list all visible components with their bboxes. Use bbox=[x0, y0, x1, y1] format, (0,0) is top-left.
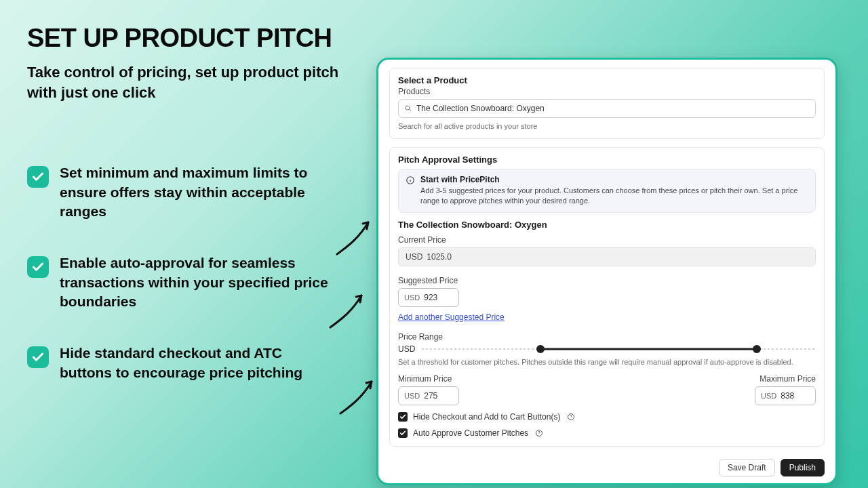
min-price-input[interactable]: USD 275 bbox=[398, 386, 459, 405]
arrow-icon bbox=[332, 376, 380, 424]
max-price-input[interactable]: USD 838 bbox=[755, 386, 816, 405]
price-range-currency: USD bbox=[398, 344, 415, 354]
add-suggested-price-link[interactable]: Add another Suggested Price bbox=[398, 312, 505, 322]
check-icon bbox=[27, 166, 49, 188]
feature-item: Set minimum and maximum limits to ensure… bbox=[27, 163, 353, 221]
suggested-price-label: Suggested Price bbox=[398, 276, 816, 285]
footer-actions: Save Draft Publish bbox=[389, 456, 825, 476]
min-price-label: Minimum Price bbox=[398, 374, 459, 384]
product-search-value: The Collection Snowboard: Oxygen bbox=[416, 104, 545, 113]
feature-list: Set minimum and maximum limits to ensure… bbox=[27, 163, 353, 382]
auto-approve-label: Auto Approve Customer Pitches bbox=[413, 428, 528, 438]
price-range-slider[interactable] bbox=[422, 344, 816, 354]
slider-thumb-max[interactable] bbox=[753, 345, 761, 353]
svg-point-0 bbox=[406, 106, 410, 110]
select-product-card: Select a Product Products The Collection… bbox=[389, 68, 825, 139]
current-price-label: Current Price bbox=[398, 235, 816, 245]
products-label: Products bbox=[398, 87, 816, 96]
feature-item: Hide standard checkout and ATC buttons t… bbox=[27, 344, 353, 382]
page-headline: SET UP PRODUCT PITCH bbox=[27, 24, 353, 53]
product-search-hint: Search for all active products in your s… bbox=[398, 122, 816, 130]
suggested-price-input[interactable]: USD 923 bbox=[398, 288, 459, 307]
page-subhead: Take control of pricing, set up product … bbox=[27, 62, 353, 102]
publish-button[interactable]: Publish bbox=[781, 459, 825, 476]
slider-thumb-min[interactable] bbox=[536, 345, 545, 353]
current-price-value: USD 1025.0 bbox=[398, 247, 816, 266]
selected-product-name: The Collection Snowboard: Oxygen bbox=[398, 220, 816, 230]
save-draft-button[interactable]: Save Draft bbox=[719, 459, 775, 476]
price-range-label: Price Range bbox=[398, 332, 816, 342]
info-banner-desc: Add 3-5 suggested prices for your produc… bbox=[420, 186, 808, 207]
pitch-settings-card: Pitch Approval Settings Start with Price… bbox=[389, 147, 825, 447]
max-price-label: Maximum Price bbox=[755, 374, 816, 384]
feature-item: Enable auto-approval for seamless transa… bbox=[27, 253, 353, 311]
check-icon bbox=[27, 256, 49, 278]
svg-line-1 bbox=[409, 109, 411, 111]
hide-checkout-label: Hide Checkout and Add to Cart Button(s) bbox=[413, 412, 560, 422]
info-icon bbox=[406, 176, 415, 185]
check-icon bbox=[27, 346, 49, 368]
price-range-hint: Set a threshold for customer pitches. Pi… bbox=[398, 358, 816, 366]
feature-text: Enable auto-approval for seamless transa… bbox=[60, 253, 331, 311]
product-search-input[interactable]: The Collection Snowboard: Oxygen bbox=[398, 99, 816, 118]
select-product-title: Select a Product bbox=[398, 75, 816, 85]
pitch-settings-title: Pitch Approval Settings bbox=[398, 155, 816, 165]
info-banner: Start with PricePitch Add 3-5 suggested … bbox=[398, 169, 816, 213]
help-icon[interactable] bbox=[567, 413, 575, 421]
auto-approve-checkbox[interactable] bbox=[398, 428, 408, 438]
search-icon bbox=[404, 104, 412, 113]
info-banner-title: Start with PricePitch bbox=[420, 175, 808, 184]
hide-checkout-checkbox[interactable] bbox=[398, 412, 408, 422]
feature-text: Set minimum and maximum limits to ensure… bbox=[60, 163, 331, 221]
feature-text: Hide standard checkout and ATC buttons t… bbox=[60, 344, 331, 382]
app-window: Select a Product Products The Collection… bbox=[376, 58, 837, 485]
help-icon[interactable] bbox=[535, 429, 543, 437]
